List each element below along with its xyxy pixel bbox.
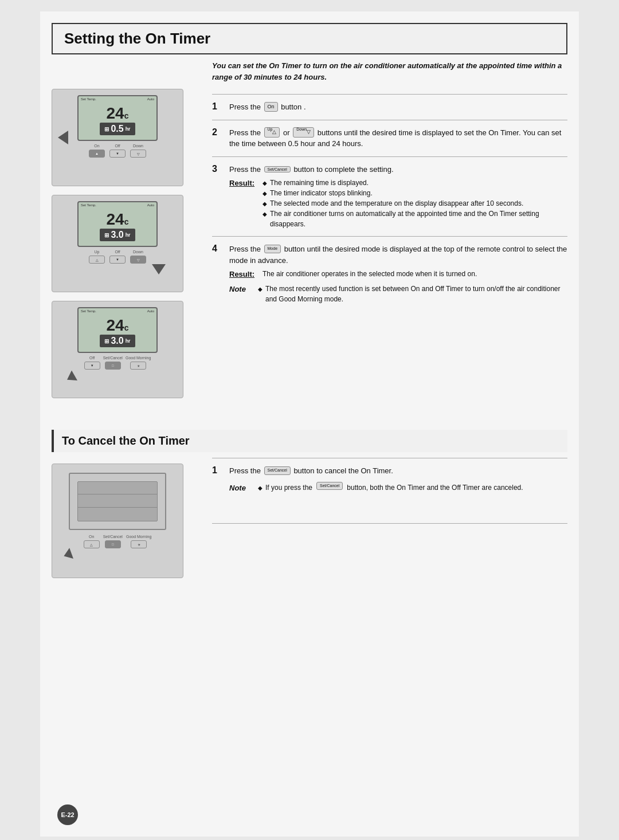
remote-buttons-1: On ▲ Off ▼ Down ▽ <box>52 144 183 158</box>
page-title: Setting the On Timer <box>64 30 555 48</box>
remote-buttons-3: Off ▼ Set/Cancel □ Good Morning ☀ <box>52 356 183 370</box>
btn-group-off-2: Off ▼ <box>109 250 126 264</box>
remote-screen-3: Set Temp. Auto 24c ⊞ 3.0hr <box>77 307 158 353</box>
temp-display-3: 24c <box>107 317 129 333</box>
cancel-step-1-section: 1 Press the Set/Cancel button to cancel … <box>212 458 567 500</box>
cancel-step-1-row: 1 Press the Set/Cancel button to cancel … <box>212 465 567 493</box>
result-label-4: Result: <box>229 269 258 280</box>
arrow-pointer-down-2 <box>152 264 166 274</box>
result-item-3-1: The remaining time is displayed. <box>263 178 567 188</box>
main-content: Set Temp. Auto 24c ⊞ 0.5hr On ▲ Of <box>40 54 579 413</box>
btn-group-up-2: Up △ <box>89 250 105 264</box>
note-label-4: Note <box>229 284 252 295</box>
page-badge: E-22 <box>57 804 78 825</box>
step-1-section: 1 Press the On button . <box>212 94 567 120</box>
step-1-content: Press the On button . <box>229 101 567 113</box>
timer-icon-2: ⊞ <box>104 232 109 238</box>
remote-image-3: Set Temp. Auto 24c ⊞ 3.0hr Off ▼ S <box>52 301 183 398</box>
result-text-4: The air conditioner operates in the sele… <box>263 269 477 279</box>
up-button-inline: Up△ <box>264 127 280 138</box>
setcancel-btn-cancel-inline: Set/Cancel <box>264 466 291 475</box>
left-panel: Set Temp. Auto 24c ⊞ 0.5hr On ▲ Of <box>52 60 201 407</box>
btn-group-setcancel-4: Set/Cancel □ <box>103 535 123 548</box>
off-btn-2: ▼ <box>109 256 126 264</box>
good-btn-3: ☀ <box>130 362 146 370</box>
step-3-row: 3 Press the Set/Cancel button to complet… <box>212 164 567 230</box>
cancel-note-row: Note If you press the Set/Cancel button,… <box>229 482 567 494</box>
timer-icon-3: ⊞ <box>104 338 109 344</box>
btn-group-on: On ▲ <box>89 144 105 158</box>
result-item-3-4: The air conditioner turns on automatical… <box>263 209 567 229</box>
cancel-section-title: To Cancel the On Timer <box>52 430 567 452</box>
step-2-content: Press the Up△ or Down▽ buttons until the… <box>229 127 567 150</box>
remote-image-1: Set Temp. Auto 24c ⊞ 0.5hr On ▲ Of <box>52 89 183 186</box>
on-btn-4: △ <box>84 540 100 548</box>
step-1-row: 1 Press the On button . <box>212 101 567 113</box>
step-3-section: 3 Press the Set/Cancel button to complet… <box>212 156 567 237</box>
setcancel-btn-4: □ <box>105 540 121 548</box>
cancel-right-panel: 1 Press the Set/Cancel button to cancel … <box>201 458 567 587</box>
cancel-note-label: Note <box>229 482 252 494</box>
result-row-4: Result: The air conditioner operates in … <box>229 269 567 280</box>
btn-group-setcancel-3: Set/Cancel □ <box>103 356 123 370</box>
on-button-inline: On <box>264 102 278 112</box>
result-list-3: The remaining time is displayed. The tim… <box>263 178 567 229</box>
step-4-number: 4 <box>212 244 224 254</box>
btn-group-off: Off ▼ <box>109 144 126 158</box>
btn-group-off-3: Off ▼ <box>84 356 100 370</box>
good-btn-4: ☀ <box>131 540 147 548</box>
page: Setting the On Timer Set Temp. Auto 24c … <box>40 11 579 837</box>
inner-screen-4 <box>77 481 158 521</box>
note-row-4: Note The most recently used function is … <box>229 284 567 304</box>
cancel-note-content: If you press the Set/Cancel button, both… <box>258 482 523 493</box>
step-2-row: 2 Press the Up△ or Down▽ buttons until t… <box>212 127 567 150</box>
down-button-inline: Down▽ <box>293 127 314 138</box>
cancel-step-1-number: 1 <box>212 465 224 476</box>
right-panel: You can set the On Timer to turn on the … <box>201 60 567 407</box>
btn-group-down-2: Down ▽ <box>130 250 146 264</box>
remote-screen-2: Set Temp. Auto 24c ⊞ 3.0hr <box>77 201 158 247</box>
blank-screen-4 <box>69 473 166 530</box>
arrow-setcancel <box>64 371 77 385</box>
btn-group-good-3: Good Morning ☀ <box>126 356 151 370</box>
note-content-4: The most recently used function is set b… <box>258 284 567 304</box>
down-btn-1: ▽ <box>130 150 146 158</box>
timer-icon-1: ⊞ <box>104 126 109 132</box>
btn-group-good-4: Good Morning ☀ <box>126 535 151 548</box>
mode-button-inline: Mode <box>264 245 281 253</box>
result-label-3: Result: <box>229 178 258 189</box>
timer-display-3: ⊞ 3.0hr <box>100 335 135 347</box>
screen-top-3: Set Temp. Auto <box>79 309 156 313</box>
btn-group-down: Down ▽ <box>130 144 146 158</box>
off-btn-1: ▼ <box>109 150 126 158</box>
result-row-3: Result: The remaining time is displayed.… <box>229 178 567 229</box>
result-item-3-3: The selected mode and the temperature on… <box>263 198 567 209</box>
down-btn-2: ▽ <box>130 256 146 264</box>
remote-image-2: Set Temp. Auto 24c ⊞ 3.0hr Up △ Of <box>52 195 183 292</box>
step-2-section: 2 Press the Up△ or Down▽ buttons until t… <box>212 120 567 156</box>
on-btn-1: ▲ <box>89 150 105 158</box>
off-btn-3: ▼ <box>84 362 100 370</box>
btn-group-on-4: On △ <box>84 535 100 548</box>
cancel-left-panel: On △ Set/Cancel □ Good Morning ☀ <box>52 458 201 587</box>
arrow-pointer-1 <box>58 131 68 144</box>
remote-buttons-2: Up △ Off ▼ Down ▽ <box>52 250 183 264</box>
screen-top-1: Set Temp. Auto <box>79 97 156 101</box>
setcancel-btn-3: □ <box>105 362 121 370</box>
setcancel-button-inline-3: Set/Cancel <box>264 166 291 172</box>
timer-display-2: ⊞ 3.0hr <box>100 229 135 241</box>
cancel-buttons-row: On △ Set/Cancel □ Good Morning ☀ <box>52 535 183 548</box>
remote-image-4: On △ Set/Cancel □ Good Morning ☀ <box>52 464 183 578</box>
cancel-arrow <box>62 548 73 562</box>
cancel-section-content: On △ Set/Cancel □ Good Morning ☀ <box>40 458 579 587</box>
step-3-content: Press the Set/Cancel button to complete … <box>229 164 567 230</box>
temp-display-1: 24c <box>107 105 129 121</box>
step-3-number: 3 <box>212 164 224 174</box>
timer-display-1: ⊞ 0.5hr <box>100 123 135 135</box>
result-item-3-2: The timer indicator stops blinking. <box>263 188 567 198</box>
setcancel-note-btn: Set/Cancel <box>316 482 343 490</box>
remote-screen-1: Set Temp. Auto 24c ⊞ 0.5hr <box>77 95 158 141</box>
temp-display-2: 24c <box>107 211 129 227</box>
step-4-row: 4 Press the Mode button until the desire… <box>212 244 567 304</box>
bottom-divider <box>212 523 567 537</box>
